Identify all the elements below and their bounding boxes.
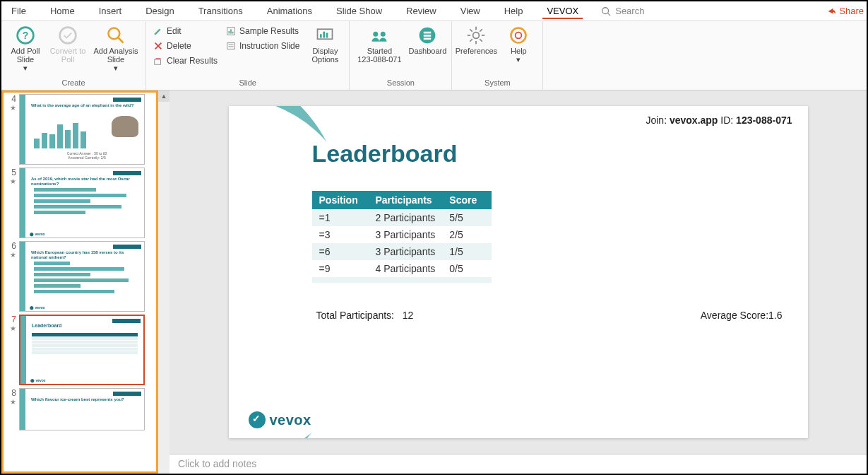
clear-icon bbox=[153, 56, 163, 66]
display-icon bbox=[315, 25, 335, 45]
svg-line-33 bbox=[480, 39, 483, 42]
thumbnail-scrollbar[interactable]: ▲ bbox=[158, 90, 170, 474]
menu-help[interactable]: Help bbox=[500, 3, 528, 19]
table-row: =33 Participants2/5 bbox=[312, 226, 492, 243]
svg-line-35 bbox=[480, 29, 483, 32]
edit-button[interactable]: Edit bbox=[150, 24, 220, 38]
sample-icon bbox=[226, 26, 236, 36]
edit-icon bbox=[153, 26, 163, 36]
menu-vevox[interactable]: VEVOX bbox=[542, 3, 583, 19]
menu-transitions[interactable]: Transitions bbox=[194, 3, 247, 19]
group-label-slide: Slide bbox=[150, 77, 345, 88]
search-icon bbox=[601, 6, 611, 16]
svg-rect-20 bbox=[326, 33, 328, 38]
svg-point-37 bbox=[516, 33, 522, 39]
svg-line-1 bbox=[608, 13, 611, 16]
svg-rect-12 bbox=[230, 29, 232, 33]
group-label-session: Session bbox=[354, 77, 447, 88]
ribbon-group-system: Preferences Help ▾ System bbox=[452, 21, 543, 90]
search-box[interactable]: Search bbox=[601, 6, 644, 16]
slide-title: Leaderboard bbox=[312, 140, 458, 168]
menu-insert[interactable]: Insert bbox=[95, 3, 126, 19]
started-label: Started bbox=[367, 47, 392, 55]
menu-slideshow[interactable]: Slide Show bbox=[332, 3, 386, 19]
table-row: =63 Participants1/5 bbox=[312, 243, 492, 260]
dashboard-label: Dashboard bbox=[409, 47, 447, 55]
menu-design[interactable]: Design bbox=[141, 3, 178, 19]
thumbnail-7[interactable]: 7★ Leaderboard ⬤ vevox bbox=[5, 315, 155, 385]
dashboard-button[interactable]: Dashboard bbox=[408, 24, 447, 55]
thumbnail-4[interactable]: 4★ What is the average age of an elephan… bbox=[5, 94, 155, 165]
add-poll-slide-button[interactable]: ? Add Poll Slide ▾ bbox=[6, 24, 45, 73]
dashboard-icon bbox=[417, 25, 437, 45]
sample-results-button[interactable]: Sample Results bbox=[223, 24, 302, 38]
thumbnail-list: 4★ What is the average age of an elephan… bbox=[1, 90, 158, 474]
prefs-label: Preferences bbox=[456, 47, 497, 55]
svg-point-22 bbox=[381, 32, 386, 37]
ribbon-group-slide: Edit Delete Clear Results Sample Results… bbox=[146, 21, 350, 90]
menu-bar: File Home Insert Design Transitions Anim… bbox=[1, 1, 867, 21]
svg-point-27 bbox=[473, 33, 480, 39]
help-label: Help bbox=[511, 47, 527, 55]
svg-rect-14 bbox=[227, 43, 235, 49]
table-row: =94 Participants0/5 bbox=[312, 260, 492, 277]
poll-icon: ? bbox=[16, 25, 35, 45]
gear-icon bbox=[466, 25, 486, 45]
menu-review[interactable]: Review bbox=[402, 3, 441, 19]
th-participants: Participants bbox=[369, 191, 443, 209]
instruction-slide-button[interactable]: Instruction Slide bbox=[223, 39, 302, 53]
session-started-button[interactable]: Started 123-088-071 bbox=[354, 24, 405, 64]
scroll-up-icon[interactable]: ▲ bbox=[158, 90, 170, 102]
display-options-button[interactable]: Display Options bbox=[305, 24, 345, 64]
slide-canvas[interactable]: Join: vevox.app ID: 123-088-071 Leaderbo… bbox=[229, 106, 808, 438]
group-label-system: System bbox=[456, 77, 538, 88]
share-icon bbox=[826, 6, 836, 16]
add-analysis-slide-button[interactable]: Add Analysis Slide ▾ bbox=[90, 24, 141, 73]
slide-area: Join: vevox.app ID: 123-088-071 Leaderbo… bbox=[170, 90, 867, 474]
logo-icon bbox=[249, 411, 266, 428]
help-button[interactable]: Help ▾ bbox=[499, 24, 538, 64]
convert-to-poll-button: Convert to Poll bbox=[48, 24, 88, 64]
svg-point-5 bbox=[109, 28, 120, 40]
thumbnail-5[interactable]: 5★ As of 2019, which movie star had the … bbox=[5, 168, 155, 238]
th-score: Score bbox=[442, 191, 492, 209]
main-area: 4★ What is the average age of an elephan… bbox=[1, 90, 867, 474]
session-icon bbox=[369, 25, 389, 45]
menu-home[interactable]: Home bbox=[46, 3, 79, 19]
svg-rect-26 bbox=[424, 38, 432, 40]
svg-line-34 bbox=[470, 39, 473, 42]
analysis-label: Add Analysis Slide bbox=[90, 47, 141, 64]
svg-rect-19 bbox=[323, 32, 326, 38]
share-label: Share bbox=[839, 6, 864, 16]
leaderboard-table: Position Participants Score =12 Particip… bbox=[312, 191, 492, 283]
instruction-icon bbox=[226, 41, 236, 51]
join-info: Join: vevox.app ID: 123-088-071 bbox=[646, 115, 792, 126]
analysis-icon bbox=[106, 25, 126, 45]
delete-button[interactable]: Delete bbox=[150, 39, 220, 53]
search-label: Search bbox=[615, 6, 644, 16]
menu-view[interactable]: View bbox=[456, 3, 484, 19]
thumbnail-6[interactable]: 6★ Which European country has 158 verses… bbox=[5, 241, 155, 312]
thumbnail-panel: 4★ What is the average age of an elephan… bbox=[1, 90, 170, 474]
ribbon: ? Add Poll Slide ▾ Convert to Poll Add A… bbox=[1, 21, 867, 90]
menu-file[interactable]: File bbox=[7, 3, 30, 19]
clear-results-button[interactable]: Clear Results bbox=[150, 54, 220, 68]
svg-rect-18 bbox=[320, 34, 322, 37]
svg-rect-11 bbox=[229, 31, 230, 34]
svg-point-0 bbox=[602, 7, 609, 13]
elephant-image bbox=[112, 116, 138, 137]
svg-point-21 bbox=[374, 32, 379, 37]
svg-rect-25 bbox=[424, 35, 432, 37]
svg-rect-9 bbox=[155, 59, 161, 64]
share-button[interactable]: Share bbox=[826, 6, 864, 16]
svg-rect-13 bbox=[232, 32, 234, 34]
help-icon bbox=[509, 25, 528, 45]
ribbon-group-session: Started 123-088-071 Dashboard Session bbox=[350, 21, 452, 90]
thumbnail-8[interactable]: 8★ Which flavour ice-cream best represen… bbox=[5, 388, 155, 430]
convert-icon bbox=[58, 25, 78, 45]
svg-line-32 bbox=[470, 29, 473, 32]
preferences-button[interactable]: Preferences bbox=[456, 24, 496, 55]
notes-pane[interactable]: Click to add notes bbox=[170, 454, 867, 474]
menu-animations[interactable]: Animations bbox=[263, 3, 316, 19]
display-label: Display Options bbox=[305, 47, 345, 64]
